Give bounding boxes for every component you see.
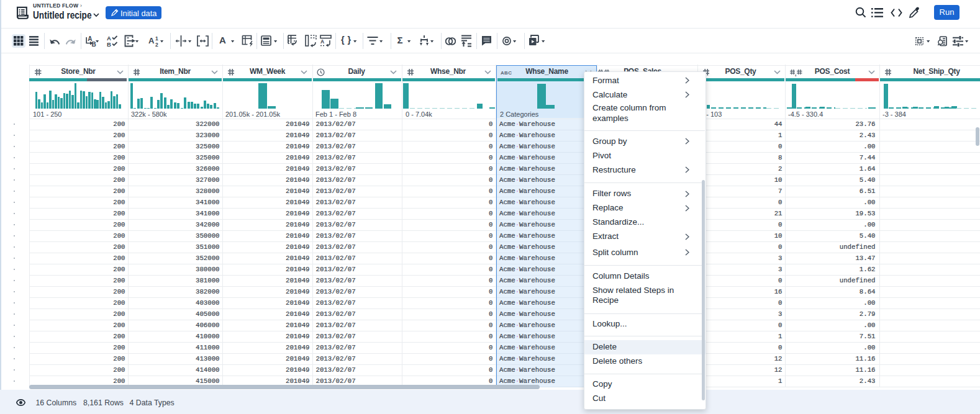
svg-text:2: 2 — [155, 42, 158, 47]
svg-text:1: 1 — [155, 35, 158, 42]
svg-text:A: A — [320, 38, 324, 45]
svg-text:A: A — [148, 36, 155, 45]
svg-text:B: B — [107, 41, 111, 47]
